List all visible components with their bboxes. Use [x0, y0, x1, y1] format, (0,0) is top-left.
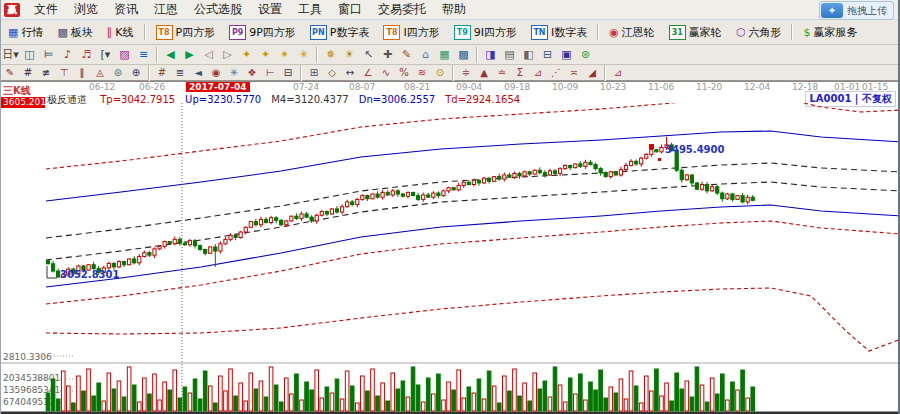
- analysis-tool-icon-22[interactable]: ≋: [413, 66, 431, 79]
- 赢家轮-icon: 31: [669, 25, 686, 40]
- draw-tool-icon-26[interactable]: ◧: [519, 47, 538, 62]
- volume-bar: [619, 379, 623, 411]
- analysis-tool-icon-7[interactable]: ⊕: [127, 66, 145, 79]
- analysis-tool-icon-26[interactable]: ≐: [493, 66, 511, 79]
- menu-item-5[interactable]: 设置: [250, 0, 290, 19]
- draw-tool-icon-0[interactable]: 日▾: [1, 47, 20, 62]
- analysis-tool-icon-13[interactable]: ❖: [243, 66, 261, 79]
- candlestick-chart[interactable]: 3052.83013495.4900: [1, 103, 898, 414]
- draw-tool-icon-9[interactable]: ▶: [180, 47, 199, 62]
- draw-tool-icon-2[interactable]: ⊨: [39, 47, 58, 62]
- draw-tool-icon-29[interactable]: ⊛: [576, 47, 595, 62]
- draw-tool-icon-11[interactable]: ▷: [218, 47, 237, 62]
- candle-body: [356, 199, 359, 204]
- menu-item-8[interactable]: 交易委托: [370, 0, 434, 19]
- candle-body: [700, 184, 703, 189]
- toolbar-button-9P四方形[interactable]: P99P四方形: [223, 22, 302, 43]
- I数字表-icon: TN: [531, 25, 548, 40]
- analysis-tool-icon-30[interactable]: ≍: [565, 66, 583, 79]
- toolbar-button-P数字表[interactable]: PNP数字表: [304, 22, 376, 43]
- draw-tool-icon-22[interactable]: ▦: [435, 47, 454, 62]
- analysis-tool-icon-16[interactable]: ⊞: [305, 66, 323, 79]
- menu-item-7[interactable]: 窗口: [330, 0, 370, 19]
- analysis-tool-icon-5[interactable]: ◬: [91, 66, 109, 79]
- draw-tool-icon-5[interactable]: [▾: [96, 47, 115, 62]
- analysis-tool-icon-10[interactable]: ◄: [189, 66, 207, 79]
- analysis-tool-icon-17[interactable]: ◇: [323, 66, 341, 79]
- analysis-tool-icon-1[interactable]: #: [19, 66, 37, 79]
- draw-tool-icon-21[interactable]: ⌂: [416, 47, 435, 62]
- draw-tool-icon-14[interactable]: ✴: [275, 47, 294, 62]
- draw-tool-icon-25[interactable]: ▤: [500, 47, 519, 62]
- toolbar-button-P四方形[interactable]: T8P四方形: [150, 22, 222, 43]
- draw-tool-icon-19[interactable]: ✚: [378, 47, 397, 62]
- analysis-tool-icon-8[interactable]: #: [153, 66, 171, 79]
- toolbar-button-板块[interactable]: ▩板块: [51, 22, 98, 43]
- draw-tool-icon-7[interactable]: ≡: [134, 47, 153, 62]
- date-label: 06-26: [139, 82, 165, 92]
- draw-tool-icon-8[interactable]: ◀: [161, 47, 180, 62]
- draw-tool-icon-28[interactable]: ▣: [557, 47, 576, 62]
- menu-item-3[interactable]: 江恩: [146, 0, 186, 19]
- toolbar-button-I四方形[interactable]: T8I四方形: [377, 22, 445, 43]
- analysis-tool-icon-23[interactable]: ⊙: [431, 66, 449, 79]
- analysis-tool-icon-18[interactable]: ↔: [341, 66, 359, 79]
- draw-tool-icon-3[interactable]: ♪: [58, 47, 77, 62]
- analysis-tool-icon-21[interactable]: %: [395, 66, 413, 79]
- menu-item-9[interactable]: 帮助: [434, 0, 474, 19]
- toolbar-button-I数字表[interactable]: TNI数字表: [525, 22, 593, 43]
- analysis-tool-icon-29[interactable]: ⋰: [547, 66, 565, 79]
- analysis-tool-icon-15[interactable]: ⊟: [279, 66, 297, 79]
- toolbar-button-赢家轮[interactable]: 31赢家轮: [663, 22, 728, 43]
- analysis-tool-icon-20[interactable]: ∿: [377, 66, 395, 79]
- draw-tool-icon-20[interactable]: ✎: [397, 47, 416, 62]
- analysis-tool-icon-32[interactable]: ⊿: [609, 66, 627, 79]
- candle-body: [224, 239, 227, 243]
- toolbar-button-K线[interactable]: ∥K线: [101, 22, 140, 43]
- menu-item-6[interactable]: 工具: [290, 0, 330, 19]
- analysis-tool-icon-3[interactable]: ⊤: [55, 66, 73, 79]
- draw-tool-icon-16[interactable]: ✵: [321, 47, 340, 62]
- analysis-tool-icon-14[interactable]: ⊢: [261, 66, 279, 79]
- draw-tool-icon-12[interactable]: ✦: [237, 47, 256, 62]
- menu-item-1[interactable]: 浏览: [66, 0, 106, 19]
- volume-bar: [137, 402, 141, 411]
- draw-tool-icon-6[interactable]: ▨: [115, 47, 134, 62]
- menu-item-0[interactable]: 文件: [26, 0, 66, 19]
- candle-body: [138, 256, 141, 262]
- upload-button[interactable]: ✦ 拖拽上传: [819, 1, 894, 20]
- analysis-tool-icon-25[interactable]: ▲: [475, 66, 493, 79]
- analysis-tool-icon-19[interactable]: ∠: [359, 66, 377, 79]
- analysis-tool-icon-2[interactable]: ≢: [37, 66, 55, 79]
- menu-item-4[interactable]: 公式选股: [186, 0, 250, 19]
- draw-tool-icon-18[interactable]: ↖: [359, 47, 378, 62]
- analysis-tool-icon-12[interactable]: ✳: [225, 66, 243, 79]
- draw-tool-icon-13[interactable]: ✦: [256, 47, 275, 62]
- draw-tool-icon-24[interactable]: ◨: [481, 47, 500, 62]
- toolbar-button-9I四方形[interactable]: T99I四方形: [448, 22, 523, 43]
- analysis-tool-icon-4[interactable]: ∥: [73, 66, 91, 79]
- analysis-tool-icon-9[interactable]: ≣: [171, 66, 189, 79]
- menu-item-2[interactable]: 资讯: [106, 0, 146, 19]
- analysis-tool-icon-11[interactable]: ◉: [207, 66, 225, 79]
- analysis-tool-icon-0[interactable]: ✎: [1, 66, 19, 79]
- draw-tool-icon-17[interactable]: ☀: [340, 47, 359, 62]
- toolbar-button-赢家服务[interactable]: $赢家服务: [797, 22, 863, 43]
- draw-tool-icon-15[interactable]: ✳: [294, 47, 313, 62]
- draw-tool-icon-27[interactable]: ⊟: [538, 47, 557, 62]
- draw-tool-icon-4[interactable]: ♬: [77, 47, 96, 62]
- analysis-tool-icon-28[interactable]: ⊿: [529, 66, 547, 79]
- draw-tool-icon-23[interactable]: ▩: [454, 47, 473, 62]
- analysis-tool-icon-6[interactable]: ⊛: [109, 66, 127, 79]
- volume-bar: [178, 398, 182, 411]
- analysis-tool-icon-31[interactable]: ◢: [583, 66, 601, 79]
- draw-tool-icon-10[interactable]: ◁: [199, 47, 218, 62]
- analysis-tool-icon-27[interactable]: Σ: [511, 66, 529, 79]
- volume-bar: [396, 389, 400, 411]
- analysis-tool-icon-24[interactable]: ≑: [457, 66, 475, 79]
- toolbar-button-行情[interactable]: ▦行情: [2, 22, 49, 43]
- toolbar-button-江恩轮[interactable]: ◉江恩轮: [603, 22, 661, 43]
- draw-tool-icon-1[interactable]: ◫: [20, 47, 39, 62]
- toolbar-button-六角形[interactable]: ⬡六角形: [730, 22, 788, 43]
- date-label: 07-24: [293, 82, 319, 92]
